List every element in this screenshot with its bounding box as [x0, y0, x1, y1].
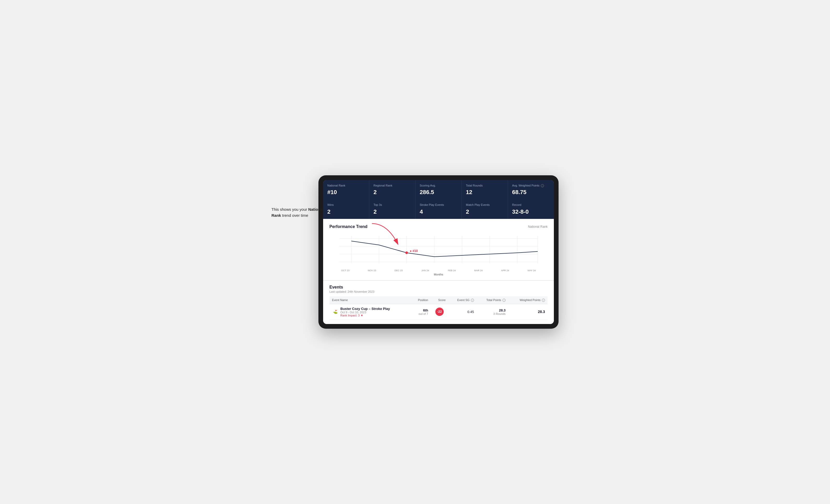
stats-grid-row1: National Rank #10 Regional Rank 2 Scorin…: [323, 180, 554, 199]
total-points-sub: 3 Rounds: [479, 312, 506, 315]
stat-scoring-avg-label: Scoring Avg.: [420, 183, 457, 187]
chart-x-labels: OCT 23 NOV 23 DEC 23 JAN 24 FEB 24 MAR 2…: [329, 269, 548, 272]
stat-stroke-play-label: Stroke Play Events: [420, 203, 457, 207]
stat-stroke-play-value: 4: [420, 208, 457, 215]
outer-wrapper: This shows you your National Rank trend …: [272, 175, 558, 329]
col-total-points: Total Points i: [477, 296, 508, 304]
col-score: Score: [430, 296, 448, 304]
x-label-nov23: NOV 23: [359, 269, 385, 272]
stat-regional-rank-value: 2: [374, 189, 411, 196]
x-label-jan24: JAN 24: [412, 269, 439, 272]
info-icon-event-sg: i: [471, 299, 474, 302]
info-icon-weighted-points: i: [542, 299, 545, 302]
stat-total-rounds-value: 12: [466, 189, 504, 196]
stat-record-value: 32-8-0: [512, 208, 550, 215]
stat-match-play: Match Play Events 2: [462, 199, 508, 219]
stat-wins-value: 2: [327, 208, 365, 215]
stat-national-rank-value: #10: [327, 189, 365, 196]
events-updated: Last updated: 24th November 2023: [329, 290, 548, 293]
event-score-cell: -22: [430, 304, 448, 320]
event-name-cell: ⛳ Buster Cozy Cup – Stroke Play Oct 9 - …: [329, 304, 411, 320]
events-table: Event Name Position Score Event SG i Tot…: [329, 296, 548, 320]
info-icon-total-points: i: [503, 299, 506, 302]
weighted-points-cell: 28.3: [508, 304, 548, 320]
stat-avg-weighted-value: 68.75: [512, 189, 550, 196]
chart-x-axis-title: Months: [329, 273, 548, 276]
svg-point-13: [405, 251, 408, 254]
annotation-text: This shows you your National Rank trend …: [272, 207, 329, 219]
stat-top3s: Top 3s 2: [369, 199, 415, 219]
event-date: Oct 9 - Oct 10, 2023: [340, 311, 390, 314]
event-sg-cell: 0.45: [448, 304, 477, 320]
stat-wins-label: Wins: [327, 203, 365, 207]
event-name-main: Buster Cozy Cup – Stroke Play: [340, 307, 390, 311]
stat-record-label: Record: [512, 203, 550, 207]
svg-text:● #10: ● #10: [410, 249, 418, 253]
total-points-cell: 28.3 3 Rounds: [477, 304, 508, 320]
x-label-oct23: OCT 23: [332, 269, 359, 272]
sg-value: 0.45: [451, 310, 474, 314]
table-header-row: Event Name Position Score Event SG i Tot…: [329, 296, 548, 304]
col-event-name: Event Name: [329, 296, 411, 304]
weighted-points-value: 28.3: [511, 310, 545, 314]
annotation-normal: This shows you your: [272, 207, 308, 211]
position-value: 6th: [413, 308, 428, 312]
x-label-mar24: MAR 24: [465, 269, 492, 272]
col-event-sg: Event SG i: [448, 296, 477, 304]
annotation-after: trend over time: [281, 213, 308, 217]
info-icon-avg-weighted: i: [541, 184, 544, 187]
total-points-value: 28.3: [479, 308, 506, 312]
stat-regional-rank-label: Regional Rank: [374, 183, 411, 187]
stat-regional-rank: Regional Rank 2: [369, 180, 415, 199]
events-title: Events: [329, 285, 548, 290]
perf-axis-label: National Rank: [528, 225, 548, 229]
golf-icon: ⛳: [332, 309, 338, 315]
stat-national-rank-label: National Rank: [327, 183, 365, 187]
stat-avg-weighted: Avg. Weighted Points i 68.75: [508, 180, 554, 199]
stats-grid-row2: Wins 2 Top 3s 2 Stroke Play Events 4 Mat…: [323, 199, 554, 219]
stat-avg-weighted-label: Avg. Weighted Points i: [512, 183, 550, 187]
col-weighted-points: Weighted Points i: [508, 296, 548, 304]
stat-wins: Wins 2: [323, 199, 369, 219]
stat-stroke-play: Stroke Play Events 4: [416, 199, 461, 219]
x-label-apr24: APR 24: [492, 269, 518, 272]
x-label-may24: MAY 24: [518, 269, 545, 272]
rank-direction: ▼: [360, 314, 363, 317]
stat-scoring-avg-value: 286.5: [420, 189, 457, 196]
events-section: Events Last updated: 24th November 2023 …: [323, 280, 554, 324]
stat-scoring-avg: Scoring Avg. 286.5: [416, 180, 461, 199]
annotation-arrow: [320, 221, 403, 252]
stat-record: Record 32-8-0: [508, 199, 554, 219]
stat-top3s-label: Top 3s: [374, 203, 411, 207]
col-position: Position: [411, 296, 430, 304]
x-label-dec23: DEC 23: [385, 269, 412, 272]
score-badge: -22: [435, 308, 444, 316]
stat-match-play-label: Match Play Events: [466, 203, 504, 207]
position-sub: out of 7: [413, 312, 428, 315]
stat-total-rounds: Total Rounds 12: [462, 180, 508, 199]
stat-top3s-value: 2: [374, 208, 411, 215]
event-position-cell: 6th out of 7: [411, 304, 430, 320]
x-label-feb24: FEB 24: [439, 269, 465, 272]
stat-match-play-value: 2: [466, 208, 504, 215]
table-row: ⛳ Buster Cozy Cup – Stroke Play Oct 9 - …: [329, 304, 548, 320]
rank-impact: Rank Impact: 3 ▼: [340, 314, 390, 317]
stat-national-rank: National Rank #10: [323, 180, 369, 199]
stat-total-rounds-label: Total Rounds: [466, 183, 504, 187]
